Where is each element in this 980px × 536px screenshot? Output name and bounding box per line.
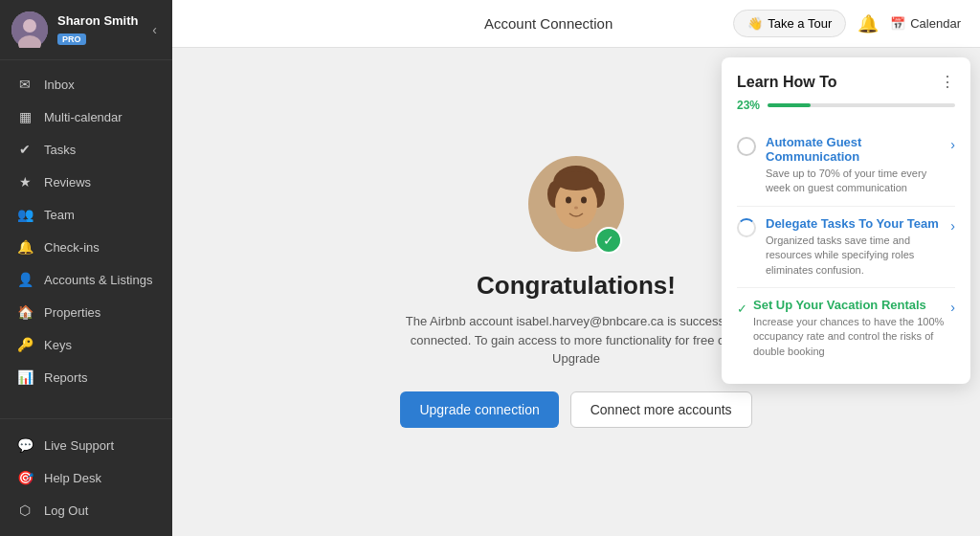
learn-item-check-automate xyxy=(737,137,756,156)
content-area: ✓ Congratulations! The Airbnb account is… xyxy=(172,48,980,536)
sidebar-header: Sharon Smith PRO ‹ xyxy=(0,0,172,60)
progress-bar-fill xyxy=(768,103,811,107)
sidebar-item-tasks[interactable]: ✔ Tasks xyxy=(0,133,172,166)
user-info: Sharon Smith PRO xyxy=(57,13,148,46)
sidebar-item-label: Tasks xyxy=(44,143,76,157)
connect-more-accounts-button[interactable]: Connect more accounts xyxy=(570,391,752,428)
sidebar-item-inbox[interactable]: ✉ Inbox xyxy=(0,68,172,100)
sidebar-nav: ✉ Inbox ▦ Multi-calendar ✔ Tasks ★ Revie… xyxy=(0,60,172,418)
tour-emoji: 👋 xyxy=(747,16,763,31)
learn-panel-title: Learn How To xyxy=(737,74,837,91)
progress-row: 23% xyxy=(737,99,955,112)
sidebar-item-label: Reviews xyxy=(44,175,91,190)
svg-point-8 xyxy=(566,197,571,204)
sidebar-item-label: Multi-calendar xyxy=(44,110,122,124)
accounts-icon: 👤 xyxy=(15,272,34,287)
topbar: Account Connection 👋 Take a Tour 🔔 📅 Cal… xyxy=(172,0,980,48)
tasks-icon: ✔ xyxy=(15,142,34,157)
congratulations-text: The Airbnb account isabel.harvey@bnbcare… xyxy=(394,312,758,368)
learn-item-delegate-tasks[interactable]: Delegate Tasks To Your Team Organized ta… xyxy=(737,207,955,288)
svg-point-9 xyxy=(581,197,587,204)
progress-percentage: 23% xyxy=(737,99,760,112)
completed-check-icon: ✓ xyxy=(737,302,747,316)
learn-item-title-vacation: Set Up Your Vacation Rentals xyxy=(753,298,945,312)
sidebar-item-live-support[interactable]: 💬 Live Support xyxy=(0,429,172,461)
reports-icon: 📊 xyxy=(15,369,34,385)
sidebar-item-multi-calendar[interactable]: ▦ Multi-calendar xyxy=(0,100,172,133)
checkins-icon: 🔔 xyxy=(15,239,34,255)
sidebar-item-label: Inbox xyxy=(44,78,75,92)
progress-bar-background xyxy=(768,103,955,107)
sidebar-item-checkins[interactable]: 🔔 Check-ins xyxy=(0,231,172,263)
page-title: Account Connection xyxy=(484,15,612,32)
log-out-icon: ⬡ xyxy=(15,502,34,518)
sidebar-item-label: Team xyxy=(44,208,75,222)
sidebar-item-label: Help Desk xyxy=(44,471,101,485)
sidebar-item-keys[interactable]: 🔑 Keys xyxy=(0,328,172,361)
learn-item-automate-guest[interactable]: Automate Guest Communication Save up to … xyxy=(737,125,955,207)
tour-label: Take a Tour xyxy=(768,16,832,31)
notifications-button[interactable]: 🔔 xyxy=(858,13,879,34)
calendar-icon: ▦ xyxy=(15,109,34,124)
sidebar-item-help-desk[interactable]: 🎯 Help Desk xyxy=(0,461,172,494)
live-support-icon: 💬 xyxy=(15,437,34,453)
learn-item-desc-automate: Save up to 70% of your time every week o… xyxy=(766,167,945,196)
sidebar-item-reviews[interactable]: ★ Reviews xyxy=(0,166,172,198)
calendar-button[interactable]: 📅 Calendar xyxy=(890,16,961,31)
take-tour-button[interactable]: 👋 Take a Tour xyxy=(733,10,846,37)
keys-icon: 🔑 xyxy=(15,337,34,352)
learn-panel-menu-button[interactable]: ⋮ xyxy=(940,73,955,91)
learn-item-content-delegate: Delegate Tasks To Your Team Organized ta… xyxy=(766,216,945,278)
chevron-right-icon: › xyxy=(950,218,955,234)
sidebar-item-properties[interactable]: 🏠 Properties xyxy=(0,296,172,328)
pro-badge: PRO xyxy=(57,34,86,45)
chevron-right-icon: › xyxy=(950,300,955,315)
main-content: Account Connection 👋 Take a Tour 🔔 📅 Cal… xyxy=(172,0,980,536)
sidebar-item-team[interactable]: 👥 Team xyxy=(0,198,172,231)
sidebar-item-label: Keys xyxy=(44,338,72,352)
sidebar: Sharon Smith PRO ‹ ✉ Inbox ▦ Multi-calen… xyxy=(0,0,172,536)
learn-item-content-automate: Automate Guest Communication Save up to … xyxy=(766,135,945,196)
sidebar-item-accounts-listings[interactable]: 👤 Accounts & Listings xyxy=(0,263,172,296)
learn-item-content-vacation: Set Up Your Vacation Rentals Increase yo… xyxy=(753,298,945,359)
learn-how-to-panel: Learn How To ⋮ 23% Automate Guest Commun… xyxy=(722,57,970,384)
profile-image-container: ✓ xyxy=(528,156,624,256)
learn-item-desc-vacation: Increase your chances to have the 100% o… xyxy=(753,315,945,359)
topbar-actions: 👋 Take a Tour 🔔 📅 Calendar xyxy=(733,10,961,37)
sidebar-collapse-button[interactable]: ‹ xyxy=(148,18,161,41)
congratulations-title: Congratulations! xyxy=(394,271,758,301)
help-desk-icon: 🎯 xyxy=(15,470,34,485)
chevron-right-icon: › xyxy=(950,137,955,152)
calendar-icon: 📅 xyxy=(890,16,905,31)
sidebar-item-log-out[interactable]: ⬡ Log Out xyxy=(0,494,172,526)
sidebar-item-reports[interactable]: 📊 Reports xyxy=(0,361,172,393)
sidebar-item-label: Properties xyxy=(44,305,100,320)
svg-point-1 xyxy=(23,19,36,33)
sidebar-item-label: Accounts & Listings xyxy=(44,273,152,287)
svg-point-11 xyxy=(555,171,597,190)
sidebar-item-label: Reports xyxy=(44,370,88,385)
team-icon: 👥 xyxy=(15,207,34,222)
properties-icon: 🏠 xyxy=(15,304,34,320)
inbox-icon: ✉ xyxy=(15,77,34,92)
sidebar-item-label: Log Out xyxy=(44,503,88,518)
sidebar-footer: 💬 Live Support 🎯 Help Desk ⬡ Log Out xyxy=(0,418,172,536)
learn-item-desc-delegate: Organized tasks save time and resources … xyxy=(766,234,945,278)
learn-item-check-delegate xyxy=(737,218,756,237)
avatar xyxy=(11,11,48,48)
svg-point-10 xyxy=(574,207,578,210)
action-buttons: Upgrade connection Connect more accounts xyxy=(394,391,758,428)
user-name: Sharon Smith xyxy=(57,13,148,29)
learn-item-title-delegate: Delegate Tasks To Your Team xyxy=(766,216,945,231)
reviews-icon: ★ xyxy=(15,174,34,190)
learn-item-setup-vacation[interactable]: ✓ Set Up Your Vacation Rentals Increase … xyxy=(737,288,955,368)
sidebar-item-label: Live Support xyxy=(44,438,114,453)
learn-panel-header: Learn How To ⋮ xyxy=(737,73,955,91)
sidebar-item-label: Check-ins xyxy=(44,240,100,255)
calendar-label: Calendar xyxy=(910,16,961,31)
upgrade-connection-button[interactable]: Upgrade connection xyxy=(400,391,558,428)
learn-item-title-automate: Automate Guest Communication xyxy=(766,135,945,164)
